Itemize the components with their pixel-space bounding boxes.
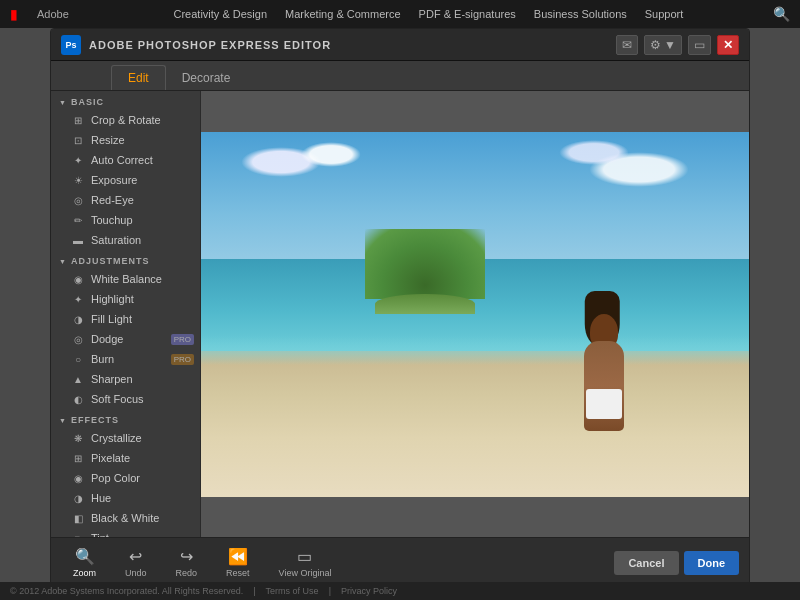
copyright-text: © 2012 Adobe Systems Incorporated. All R…	[10, 586, 243, 596]
share-button[interactable]: ✉	[616, 35, 638, 55]
tool-fill-light[interactable]: ◑ Fill Light	[51, 309, 200, 329]
redo-icon: ↪	[180, 547, 193, 566]
nav-creativity[interactable]: Creativity & Design	[174, 8, 268, 20]
dodge-badge: PRO	[171, 334, 194, 345]
tool-crystallize[interactable]: ❋ Crystallize	[51, 428, 200, 448]
tool-red-eye[interactable]: ◎ Red-Eye	[51, 190, 200, 210]
island	[365, 234, 485, 314]
reset-icon: ⏪	[228, 547, 248, 566]
burn-icon: ○	[71, 352, 85, 366]
water-edge	[201, 336, 749, 365]
pixelate-icon: ⊞	[71, 451, 85, 465]
zoom-icon: 🔍	[75, 547, 95, 566]
woman-figure	[569, 291, 639, 431]
tool-dodge[interactable]: ◎ Dodge PRO	[51, 329, 200, 349]
effects-section-label: EFFECTS	[71, 415, 119, 425]
soft-focus-icon: ◐	[71, 392, 85, 406]
tab-bar: Edit Decorate	[51, 61, 749, 91]
photo-canvas	[201, 132, 749, 497]
tool-auto-correct[interactable]: ✦ Auto Correct	[51, 150, 200, 170]
footer-separator: |	[253, 586, 255, 596]
beach-scene	[201, 132, 749, 497]
redo-button[interactable]: ↪ Redo	[164, 542, 210, 583]
effects-collapse-icon[interactable]: ▼	[59, 417, 67, 424]
tab-edit[interactable]: Edit	[111, 65, 166, 90]
view-original-icon: ▭	[297, 547, 312, 566]
canvas-area	[201, 91, 749, 537]
sidebar: ▼ BASIC ⊞ Crop & Rotate ⊡ Resize ✦ Auto …	[51, 91, 201, 537]
beach-sand	[201, 351, 749, 497]
auto-correct-icon: ✦	[71, 153, 85, 167]
undo-icon: ↩	[129, 547, 142, 566]
layout-button[interactable]: ▭	[688, 35, 711, 55]
tool-highlight[interactable]: ✦ Highlight	[51, 289, 200, 309]
close-button[interactable]: ✕	[717, 35, 739, 55]
island-base	[375, 294, 475, 314]
basic-section-header: ▼ BASIC	[51, 91, 200, 110]
effects-section-header: ▼ EFFECTS	[51, 409, 200, 428]
saturation-icon: ▬	[71, 233, 85, 247]
nav-links: Creativity & Design Marketing & Commerce…	[104, 8, 753, 20]
app-title: ADOBE PHOTOSHOP EXPRESS EDITOR	[89, 39, 616, 51]
tool-touchup[interactable]: ✏ Touchup	[51, 210, 200, 230]
cancel-button[interactable]: Cancel	[614, 551, 678, 575]
photoshop-icon: Ps	[61, 35, 81, 55]
footer: © 2012 Adobe Systems Incorporated. All R…	[0, 582, 800, 600]
view-original-button[interactable]: ▭ View Original	[267, 542, 344, 583]
adobe-brand: Adobe	[37, 8, 69, 20]
adjustments-collapse-icon[interactable]: ▼	[59, 258, 67, 265]
tool-saturation[interactable]: ▬ Saturation	[51, 230, 200, 250]
adobe-logo: ▮	[10, 7, 17, 22]
cloud-2	[301, 142, 361, 167]
exposure-icon: ☀	[71, 173, 85, 187]
tool-white-balance[interactable]: ◉ White Balance	[51, 269, 200, 289]
tool-exposure[interactable]: ☀ Exposure	[51, 170, 200, 190]
resize-icon: ⊡	[71, 133, 85, 147]
white-balance-icon: ◉	[71, 272, 85, 286]
crop-rotate-icon: ⊞	[71, 113, 85, 127]
done-button[interactable]: Done	[684, 551, 740, 575]
search-icon[interactable]: 🔍	[773, 6, 790, 22]
undo-button[interactable]: ↩ Undo	[113, 542, 159, 583]
hue-icon: ◑	[71, 491, 85, 505]
nav-pdf[interactable]: PDF & E-signatures	[419, 8, 516, 20]
tool-crop-rotate[interactable]: ⊞ Crop & Rotate	[51, 110, 200, 130]
adjustments-section-label: ADJUSTMENTS	[71, 256, 150, 266]
adjustments-section-header: ▼ ADJUSTMENTS	[51, 250, 200, 269]
highlight-icon: ✦	[71, 292, 85, 306]
tool-resize[interactable]: ⊡ Resize	[51, 130, 200, 150]
app-container: Ps ADOBE PHOTOSHOP EXPRESS EDITOR ✉ ⚙ ▼ …	[50, 28, 750, 588]
tint-icon: ✏	[71, 531, 85, 537]
pop-color-icon: ◉	[71, 471, 85, 485]
tool-soft-focus[interactable]: ◐ Soft Focus	[51, 389, 200, 409]
tool-black-white[interactable]: ◧ Black & White	[51, 508, 200, 528]
nav-support[interactable]: Support	[645, 8, 684, 20]
basic-section-label: BASIC	[71, 97, 104, 107]
tool-tint[interactable]: ✏ Tint	[51, 528, 200, 537]
reset-button[interactable]: ⏪ Reset	[214, 542, 262, 583]
header-icons: ✉ ⚙ ▼ ▭ ✕	[616, 35, 739, 55]
tool-pixelate[interactable]: ⊞ Pixelate	[51, 448, 200, 468]
tool-pop-color[interactable]: ◉ Pop Color	[51, 468, 200, 488]
nav-business[interactable]: Business Solutions	[534, 8, 627, 20]
tool-sharpen[interactable]: ▲ Sharpen	[51, 369, 200, 389]
tool-hue[interactable]: ◑ Hue	[51, 488, 200, 508]
bottom-toolbar: 🔍 Zoom ↩ Undo ↪ Redo ⏪ Reset ▭ View Orig…	[51, 537, 749, 587]
terms-link[interactable]: Terms of Use	[266, 586, 319, 596]
woman-swimsuit	[586, 389, 622, 419]
nav-marketing[interactable]: Marketing & Commerce	[285, 8, 401, 20]
top-navigation: ▮ Adobe Creativity & Design Marketing & …	[0, 0, 800, 28]
crystallize-icon: ❋	[71, 431, 85, 445]
zoom-button[interactable]: 🔍 Zoom	[61, 542, 108, 583]
tool-burn[interactable]: ○ Burn PRO	[51, 349, 200, 369]
privacy-link[interactable]: Privacy Policy	[341, 586, 397, 596]
island-hill	[365, 229, 485, 299]
burn-badge: PRO	[171, 354, 194, 365]
cloud-4	[559, 140, 629, 165]
footer-separator2: |	[329, 586, 331, 596]
fill-light-icon: ◑	[71, 312, 85, 326]
black-white-icon: ◧	[71, 511, 85, 525]
tab-decorate[interactable]: Decorate	[166, 66, 247, 90]
settings-button[interactable]: ⚙ ▼	[644, 35, 682, 55]
basic-collapse-icon[interactable]: ▼	[59, 99, 67, 106]
